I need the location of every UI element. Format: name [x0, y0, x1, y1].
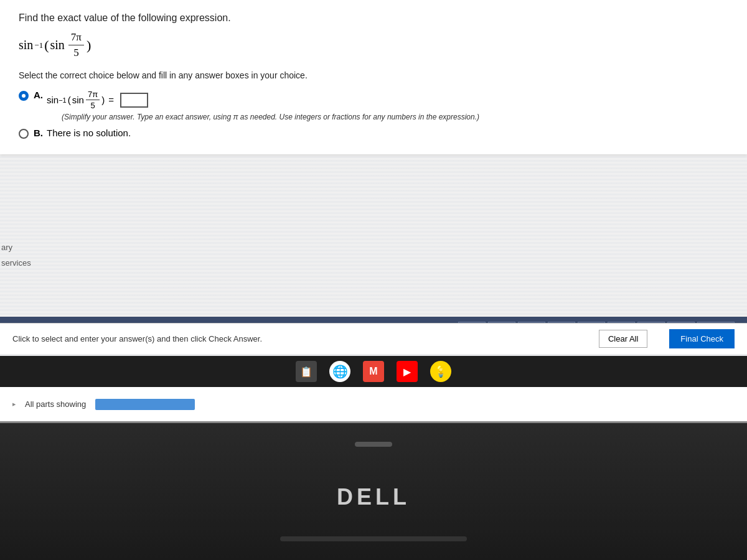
question-card: Find the exact value of the following ex…: [0, 0, 747, 154]
choice-b-content: There is no solution.: [47, 128, 131, 138]
chrome-icon: 🌐: [332, 364, 348, 379]
main-expression: sin −1 ( sin 7π 5 ): [19, 31, 728, 59]
denominator: 5: [71, 45, 82, 59]
taskbar-icon-chrome[interactable]: 🌐: [329, 361, 350, 382]
num-a: 7π: [86, 90, 100, 100]
click-instruction-bar: Click to select and enter your answer(s)…: [0, 323, 747, 354]
action-buttons: Clear All Final Check: [599, 329, 735, 348]
choice-a-label: A.: [34, 90, 43, 100]
fraction-a: 7π 5: [86, 90, 100, 110]
choice-a-expression: sin −1 ( sin 7π 5 ) =: [47, 90, 479, 110]
taskbar: 📋 🌐 M ▶ 💡: [0, 356, 747, 387]
open-paren: (: [44, 37, 49, 54]
final-check-button[interactable]: Final Check: [669, 329, 735, 348]
choices-area: A. sin −1 ( sin 7π 5 ) =: [19, 90, 728, 139]
hint-a: (Simplify your answer. Type an exact ans…: [62, 113, 479, 121]
files-icon: 📋: [300, 366, 312, 378]
den-a: 5: [88, 100, 96, 110]
click-instruction-text: Click to select and enter your answer(s)…: [12, 334, 262, 343]
choice-b[interactable]: B. There is no solution.: [19, 128, 728, 139]
radio-a[interactable]: [19, 91, 29, 101]
gmail-icon: M: [369, 366, 377, 377]
sin-inv-a: sin: [47, 95, 59, 105]
choice-a-content: sin −1 ( sin 7π 5 ) = (Simpl: [47, 90, 479, 121]
laptop-touchpad: [280, 536, 467, 541]
equals-a: =: [108, 95, 114, 105]
parts-bar: ▶ All parts showing: [0, 386, 747, 421]
side-label-ary: ary: [1, 243, 12, 252]
parts-progress: [95, 399, 195, 410]
paren-a-close: ): [101, 95, 105, 105]
chevron-icon[interactable]: ▶: [12, 402, 16, 407]
laptop-camera: [355, 442, 392, 447]
sin-text: sin: [19, 38, 33, 52]
all-parts-label: All parts showing: [25, 399, 86, 409]
close-paren: ): [87, 37, 91, 54]
dell-logo: DELL: [337, 484, 410, 510]
side-label-services: services: [1, 258, 31, 268]
superscript-a: −1: [59, 96, 67, 104]
select-instruction: Select the correct choice below and fill…: [19, 70, 728, 80]
sin-inner: sin: [50, 38, 65, 52]
laptop-bottom-bezel: DELL: [0, 423, 747, 560]
superscript-neg1: −1: [34, 40, 43, 50]
question-title: Find the exact value of the following ex…: [19, 12, 728, 24]
taskbar-icon-gmail[interactable]: M: [363, 361, 384, 382]
numerator: 7π: [68, 31, 84, 45]
answer-input-a[interactable]: [120, 93, 148, 108]
taskbar-icon-youtube[interactable]: ▶: [397, 361, 418, 382]
youtube-icon: ▶: [403, 366, 411, 378]
bulb-icon: 💡: [434, 365, 448, 378]
clear-all-button[interactable]: Clear All: [599, 330, 647, 348]
fraction-7pi-5: 7π 5: [68, 31, 84, 59]
radio-b[interactable]: [19, 129, 29, 139]
sin-inner-a: sin: [72, 95, 84, 105]
taskbar-icon-files[interactable]: 📋: [296, 361, 317, 382]
choice-b-label: B.: [34, 128, 43, 138]
taskbar-icon-bulb[interactable]: 💡: [430, 361, 451, 382]
paren-a-open: (: [68, 95, 71, 105]
choice-a[interactable]: A. sin −1 ( sin 7π 5 ) =: [19, 90, 728, 121]
laptop-screen: Find the exact value of the following ex…: [0, 0, 747, 423]
